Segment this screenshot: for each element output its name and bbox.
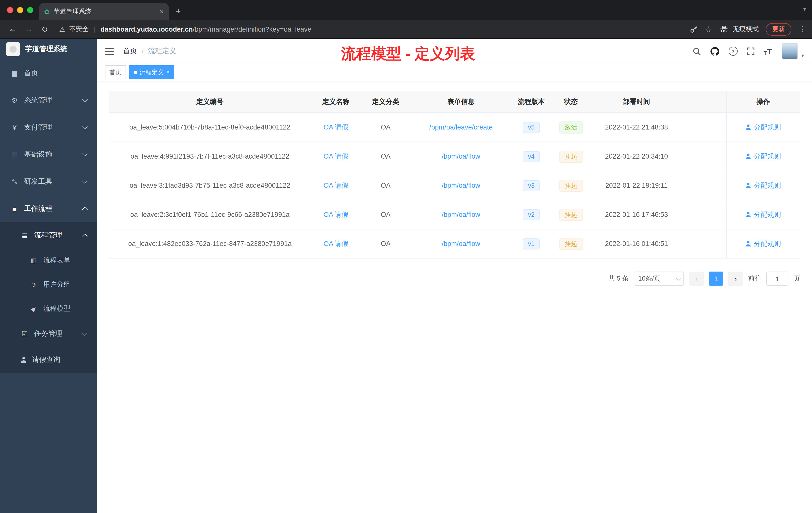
sidebar-item-user-group[interactable]: ☺ 用户分组 [0, 273, 97, 297]
url-path: /bpm/manager/definition?key=oa_leave [193, 26, 311, 33]
definition-name-link[interactable]: OA 请假 [323, 211, 348, 218]
form-info-link[interactable]: /bpm/oa/flow [442, 153, 480, 160]
toolbar-right: ☆ 无痕模式 更新 ⋮ [689, 23, 806, 35]
tag-首页[interactable]: 首页 × [105, 65, 126, 79]
cell-definition-name: OA 请假 [311, 200, 361, 229]
sidebar-item-home[interactable]: ▦ 首页 [0, 60, 97, 87]
tab-search-caret-icon[interactable]: ▾ [803, 6, 806, 12]
minimize-window-button[interactable] [17, 7, 23, 13]
prev-page-button[interactable]: ‹ [689, 272, 704, 285]
cell-process-version: v3 [512, 171, 551, 200]
page-size-select[interactable]: 10条/页 [634, 272, 684, 285]
definitions-table: 定义编号 定义名称 定义分类 表单信息 流程版本 状态 部署时间 操作 oa_l… [109, 91, 800, 259]
table-row: oa_leave:1:482ec033-762a-11ec-8477-a2380… [109, 229, 800, 258]
next-page-button[interactable]: › [728, 272, 743, 285]
sidebar-item-process-form[interactable]: ▥ 流程表单 [0, 248, 97, 273]
sidebar-item-system-mgmt[interactable]: ⚙ 系统管理 [0, 87, 97, 114]
col-deploy-time: 部署时间 [591, 91, 682, 113]
table-header-row: 定义编号 定义名称 定义分类 表单信息 流程版本 状态 部署时间 操作 [109, 91, 800, 113]
assign-rule-link[interactable]: 分配规则 [746, 123, 781, 132]
tag-label: 流程定义 [140, 68, 164, 77]
goto-label: 前往 [748, 274, 761, 283]
assign-rule-link[interactable]: 分配规则 [746, 152, 781, 161]
sidebar-item-label: 首页 [24, 69, 38, 78]
breadcrumb-home[interactable]: 首页 [123, 47, 137, 56]
cell-deploy-time: 2022-01-22 19:19:11 [591, 171, 682, 200]
tab-close-icon[interactable]: × [160, 7, 164, 16]
cell-filler [682, 171, 726, 200]
assign-rule-link[interactable]: 分配规则 [746, 239, 781, 248]
font-size-icon[interactable]: TT [763, 47, 772, 56]
cell-definition-category: OA [361, 200, 410, 229]
traffic-lights [7, 7, 33, 13]
sidebar-item-label: 请假查询 [32, 355, 60, 364]
close-window-button[interactable] [7, 7, 13, 13]
sidebar-item-infrastructure[interactable]: ▤ 基础设施 [0, 141, 97, 168]
definition-name-link[interactable]: OA 请假 [323, 123, 348, 131]
cell-process-version: v2 [512, 200, 551, 229]
infra-icon: ▤ [10, 151, 19, 159]
password-key-icon[interactable] [689, 25, 698, 33]
address-bar[interactable]: ⚠ 不安全 | dashboard.yudao.iocoder.cn/bpm/m… [59, 25, 680, 34]
cell-filler [682, 200, 726, 229]
select-caret-icon [676, 275, 681, 280]
update-button[interactable]: 更新 [766, 23, 791, 35]
url-domain: dashboard.yudao.iocoder.cn [100, 26, 193, 33]
sidebar-logo[interactable]: 芋道管理系统 [0, 39, 97, 60]
pagination: 共 5 条 10条/页 ‹ 1 › 前往 页 [109, 272, 800, 285]
browser-menu-icon[interactable]: ⋮ [799, 25, 806, 34]
status-badge: 挂起 [559, 209, 583, 221]
logo-avatar [6, 42, 20, 56]
sidebar-item-dev-tools[interactable]: ✎ 研发工具 [0, 168, 97, 195]
definition-name-link[interactable]: OA 请假 [323, 240, 348, 247]
cell-actions: 分配规则 [726, 171, 800, 200]
tag-close-icon[interactable]: × [166, 69, 170, 76]
form-info-link[interactable]: /bpm/oa/flow [442, 182, 480, 189]
url-text[interactable]: dashboard.yudao.iocoder.cn/bpm/manager/d… [100, 25, 311, 34]
sidebar-item-label: 用户分组 [43, 280, 70, 289]
definition-name-link[interactable]: OA 请假 [323, 181, 348, 189]
sidebar-item-leave-query[interactable]: 请假查询 [0, 347, 97, 373]
sidebar-item-workflow[interactable]: ▣ 工作流程 [0, 195, 97, 222]
sidebar-item-payment-mgmt[interactable]: ¥ 支付管理 [0, 114, 97, 141]
sidebar-item-label: 流程模型 [43, 304, 70, 313]
sidebar-item-label: 工作流程 [24, 204, 52, 213]
cell-actions: 分配规则 [726, 142, 800, 171]
new-tab-button[interactable]: + [176, 6, 181, 17]
collapse-sidebar-icon[interactable] [105, 48, 114, 55]
version-badge: v5 [523, 122, 540, 133]
forward-button[interactable]: → [22, 25, 35, 34]
bookmark-star-icon[interactable]: ☆ [705, 24, 712, 34]
form-info-link[interactable]: /bpm/oa/flow [442, 211, 480, 218]
fullscreen-icon[interactable] [747, 47, 754, 55]
form-info-link[interactable]: /bpm/oa/leave/create [429, 123, 493, 131]
avatar-caret-icon: ▾ [802, 53, 804, 58]
tag-流程定义[interactable]: 流程定义 × [129, 65, 174, 79]
goto-page-input[interactable] [766, 272, 788, 285]
maximize-window-button[interactable] [27, 7, 33, 13]
browser-tab[interactable]: ✿ 芋道管理系统 × [39, 3, 169, 20]
definition-name-link[interactable]: OA 请假 [323, 152, 348, 160]
task-icon: ☑ [20, 330, 29, 338]
sidebar-item-task-mgmt[interactable]: ☑ 任务管理 [0, 321, 97, 347]
help-icon[interactable]: ? [728, 47, 737, 56]
sidebar-item-process-mgmt[interactable]: ≣ 流程管理 [0, 222, 97, 248]
cell-actions: 分配规则 [726, 229, 800, 258]
back-button[interactable]: ← [6, 25, 19, 34]
assign-rule-link[interactable]: 分配规则 [746, 181, 781, 190]
search-icon[interactable] [692, 47, 701, 56]
reload-button[interactable]: ↻ [38, 24, 51, 34]
user-avatar[interactable]: ▾ [782, 43, 798, 59]
security-label[interactable]: 不安全 [69, 25, 89, 34]
page-1-button[interactable]: 1 [709, 272, 723, 285]
col-definition-id: 定义编号 [109, 91, 311, 113]
cell-definition-name: OA 请假 [311, 113, 361, 142]
github-icon[interactable] [710, 47, 719, 56]
sidebar-item-process-model[interactable]: ▶ 流程模型 [0, 297, 97, 321]
chevron-icon [82, 233, 88, 239]
form-info-link[interactable]: /bpm/oa/flow [442, 240, 480, 247]
assign-rule-link[interactable]: 分配规则 [746, 210, 781, 219]
cell-status: 挂起 [551, 171, 591, 200]
incognito-label: 无痕模式 [733, 25, 759, 34]
assign-rule-label: 分配规则 [754, 123, 781, 132]
